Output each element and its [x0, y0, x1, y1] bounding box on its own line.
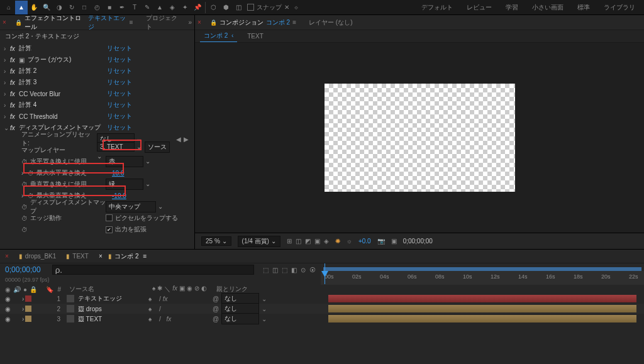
dmap-select[interactable]: 中央マップ: [106, 201, 156, 212]
world-axis-icon[interactable]: ⬢: [219, 1, 232, 14]
playhead[interactable]: [325, 263, 325, 284]
pickwhip-icon[interactable]: @: [213, 316, 219, 323]
shy-icon[interactable]: ⬚: [282, 267, 287, 273]
snapshot-icon[interactable]: 📷: [377, 238, 385, 245]
draft3d-icon[interactable]: ◫: [272, 267, 278, 273]
h-use-select[interactable]: 赤: [106, 156, 143, 167]
guides-icon[interactable]: ◫: [296, 238, 301, 245]
workspace-review[interactable]: レビュー: [460, 1, 498, 14]
workspace-library[interactable]: ライブラリ: [597, 1, 641, 14]
v-max-value[interactable]: -10.0: [112, 192, 126, 199]
timeline-search[interactable]: [52, 265, 254, 275]
map-source-select[interactable]: ソース: [145, 141, 170, 153]
composition-flow-icon[interactable]: ⬚: [263, 267, 269, 273]
panel-overflow-icon[interactable]: »: [188, 19, 192, 26]
snap-options-icon[interactable]: ✕: [284, 4, 289, 11]
next-preset-icon[interactable]: ▶: [184, 136, 189, 143]
workspace-standard[interactable]: 標準: [571, 1, 596, 14]
time-ruler[interactable]: 00s 02s 04s 06s 08s 10s 12s 14s 16s 18s …: [321, 263, 644, 285]
panel-menu-icon[interactable]: ≡: [130, 19, 133, 26]
lock-icon[interactable]: 🔒: [210, 19, 217, 26]
reset-link[interactable]: リセット: [107, 44, 132, 53]
panel-close-icon[interactable]: ×: [197, 19, 201, 26]
channel-icon[interactable]: ◈: [324, 238, 329, 245]
layer-row[interactable]: ◉ › 2 🖼 drops ♠ / @なし ⌄: [0, 304, 644, 314]
pickwhip-icon[interactable]: @: [213, 295, 219, 302]
layer-bar[interactable]: [328, 315, 636, 323]
workspace-learn[interactable]: 学習: [499, 1, 525, 14]
col-parent[interactable]: 親とリンク: [216, 285, 639, 294]
reset-link[interactable]: リセット: [107, 101, 132, 109]
layer-bar[interactable]: [328, 295, 636, 302]
viewer[interactable]: [195, 43, 644, 233]
puppet-tool-icon[interactable]: 📌: [191, 1, 204, 14]
zoom-select[interactable]: 25 % ⌄: [201, 236, 231, 246]
visibility-toggle[interactable]: ◉: [5, 306, 11, 312]
panel-menu-icon[interactable]: ≡: [292, 19, 296, 26]
panel-close-icon[interactable]: ×: [5, 253, 9, 260]
sub-tab-text[interactable]: TEXT: [243, 31, 267, 41]
layer-name[interactable]: 🖼 TEXT: [78, 316, 147, 323]
lock-col-icon[interactable]: 🔒: [30, 286, 37, 293]
effect-name[interactable]: 計算 3: [19, 78, 107, 87]
reset-link[interactable]: リセット: [107, 112, 132, 121]
layer-tab[interactable]: レイヤー (なし): [305, 16, 356, 30]
current-time[interactable]: 0;00;00;00: [403, 238, 433, 245]
effect-name[interactable]: CC Threshold: [19, 113, 107, 120]
audio-col-icon[interactable]: 🔊: [13, 286, 21, 293]
timeline-tab-active[interactable]: × ▮コンポ 2 ≡: [99, 252, 147, 261]
composition-canvas[interactable]: [325, 84, 515, 192]
reset-link[interactable]: リセット: [107, 55, 132, 64]
region-icon[interactable]: ▣: [314, 238, 320, 245]
effect-name[interactable]: 計算 2: [19, 67, 107, 75]
layer-name[interactable]: テキストエッジ: [78, 294, 147, 303]
timeline-tab[interactable]: ▮drops_BK1: [19, 253, 56, 260]
sub-tab-comp[interactable]: コンポ 2 ‹: [200, 30, 237, 42]
layer-color[interactable]: [25, 316, 31, 322]
reset-link[interactable]: リセット: [107, 78, 132, 87]
effect-name[interactable]: 計算 4: [19, 101, 107, 109]
workspace-small[interactable]: 小さい画面: [526, 1, 570, 14]
lock-icon[interactable]: 🔒: [15, 19, 22, 26]
timeline-tab[interactable]: ▮TEXT: [66, 253, 89, 260]
view-axis-icon[interactable]: ◫: [232, 1, 245, 14]
pickwhip-icon[interactable]: @: [213, 306, 219, 312]
v-use-select[interactable]: 緑: [106, 179, 143, 190]
effect-name[interactable]: ブラー (ガウス): [28, 55, 107, 64]
panel-close-icon[interactable]: ×: [3, 19, 6, 26]
resolution-select[interactable]: (1/4 画質) ⌄: [238, 236, 280, 247]
color-mgmt-icon[interactable]: ✺: [335, 238, 340, 245]
grid-icon[interactable]: ⊞: [287, 238, 292, 245]
layer-row[interactable]: ◉ › 3 🖼 TEXT ♠ / fx @なし ⌄: [0, 314, 644, 324]
effect-name[interactable]: 計算: [19, 44, 107, 53]
reset-link[interactable]: リセット: [107, 123, 132, 132]
effect-name[interactable]: CC Vector Blur: [19, 91, 107, 97]
mask-icon[interactable]: ◩: [305, 238, 311, 245]
layer-color[interactable]: [25, 306, 31, 312]
exposure-value[interactable]: +0.0: [358, 238, 371, 245]
col-source[interactable]: ソース名: [69, 285, 151, 294]
graph-editor-icon[interactable]: ⦿: [309, 267, 316, 273]
wrap-checkbox[interactable]: [106, 214, 113, 221]
layer-color[interactable]: [25, 295, 31, 302]
h-max-value[interactable]: 10.0: [112, 170, 124, 177]
frame-blend-icon[interactable]: ◧: [291, 267, 297, 273]
prev-preset-icon[interactable]: ◀: [176, 136, 181, 143]
snap-checkbox[interactable]: [247, 4, 254, 11]
composition-tab[interactable]: 🔒 コンポジション コンポ 2 ≡: [206, 16, 300, 30]
local-axis-icon[interactable]: ⬡: [207, 1, 219, 14]
motion-blur-icon[interactable]: ⊙: [301, 267, 306, 273]
layer-row[interactable]: ◉ › 1 テキストエッジ ♠ /fx @なし ⌄: [0, 294, 644, 304]
eye-col-icon[interactable]: ◉: [5, 286, 11, 293]
layer-bar[interactable]: [328, 305, 636, 312]
visibility-toggle[interactable]: ◉: [5, 295, 11, 302]
reset-link[interactable]: リセット: [107, 67, 132, 75]
layer-name[interactable]: 🖼 drops: [78, 306, 147, 312]
reset-link[interactable]: リセット: [107, 89, 132, 98]
exposure-icon[interactable]: ☼: [347, 238, 352, 245]
snap-options-icon2[interactable]: ⟐: [294, 4, 298, 11]
solo-col-icon[interactable]: ●: [23, 286, 27, 293]
show-snapshot-icon[interactable]: ▣: [391, 238, 397, 245]
map-layer-select[interactable]: 3. TEXT: [97, 142, 135, 152]
parent-select[interactable]: なし: [221, 313, 259, 324]
